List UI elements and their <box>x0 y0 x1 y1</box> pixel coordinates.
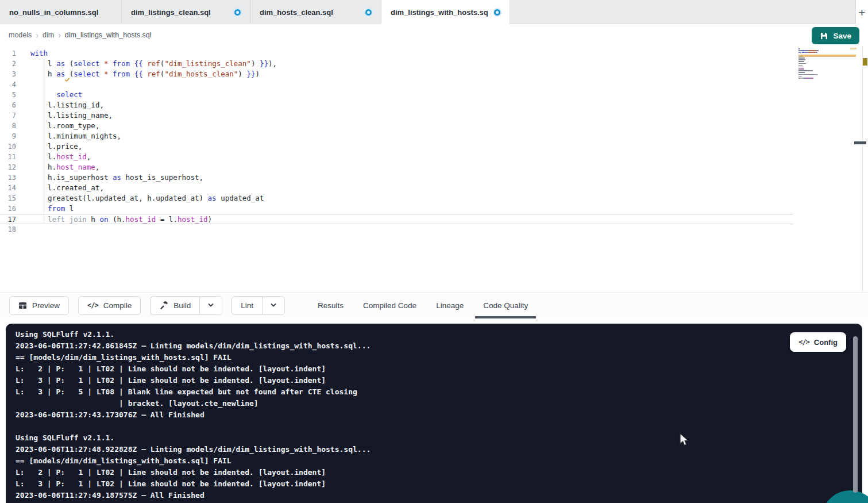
code-line-14[interactable]: 14 l.created_at, <box>0 183 793 193</box>
new-tab-strip: + <box>855 0 868 24</box>
lint-button[interactable]: Lint <box>232 296 262 315</box>
overview-ruler-warning-marker <box>863 58 867 66</box>
code-text: l.listing_id, <box>23 100 104 110</box>
line-number: 3 <box>0 69 23 79</box>
minimap[interactable] <box>798 48 856 89</box>
line-number: 9 <box>0 131 23 141</box>
new-tab-button[interactable]: + <box>858 6 865 18</box>
code-line-7[interactable]: 7 l.listing_name, <box>0 110 793 121</box>
code-line-10[interactable]: 10 l.price, <box>0 141 793 152</box>
code-line-12[interactable]: 12 h.host_name, <box>0 162 793 172</box>
code-text: greatest(l.updated_at, h.updated_at) as … <box>23 193 264 203</box>
unsaved-changes-icon <box>494 9 500 16</box>
editor-toolbar: Preview</>CompileBuildLint ResultsCompil… <box>0 292 868 318</box>
tab-label: dim_listings_clean.sql <box>131 8 211 17</box>
compile-button[interactable]: </>Compile <box>78 296 141 315</box>
lint-button-group: Lint <box>232 296 285 315</box>
breadcrumb-item[interactable]: dim_listings_with_hosts.sql <box>65 31 152 39</box>
breadcrumb-separator-icon: › <box>36 31 38 39</box>
code-line-15[interactable]: 15 greatest(l.updated_at, h.updated_at) … <box>0 193 793 203</box>
code-text: l.room_type, <box>23 121 99 131</box>
code-line-5[interactable]: 5 select <box>0 90 793 100</box>
chevron-down-icon <box>207 302 214 309</box>
code-text <box>23 224 30 235</box>
minimap-line <box>798 68 856 70</box>
line-number: 16 <box>0 203 23 214</box>
code-line-8[interactable]: 8 l.room_type, <box>0 121 793 131</box>
minimap-line <box>798 61 856 62</box>
lint-dropdown-button[interactable] <box>262 296 285 315</box>
code-line-17[interactable]: 17 left join h on (h.host_id = l.host_id… <box>0 214 793 224</box>
line-number: 10 <box>0 141 23 152</box>
tab-dim_listings_with_hosts.sql[interactable]: dim_listings_with_hosts.sql <box>381 0 510 24</box>
tab-lineage[interactable]: Lineage <box>426 293 473 318</box>
editor-right-divider <box>862 46 863 292</box>
minimap-line <box>798 57 856 59</box>
code-line-4[interactable]: 4 <box>0 79 793 90</box>
compile-button-label: Compile <box>103 301 132 310</box>
code-line-2[interactable]: 2 l as (select * from {{ ref("dim_listin… <box>0 59 793 69</box>
build-button[interactable]: Build <box>150 296 199 315</box>
terminal-scrollbar-thumb[interactable] <box>853 336 858 493</box>
tab-label: no_nulls_in_columns.sql <box>9 8 98 17</box>
breadcrumb-item[interactable]: models <box>9 31 32 39</box>
tab-dim_hosts_clean.sql[interactable]: dim_hosts_clean.sql <box>250 0 381 24</box>
tab-strip: no_nulls_in_columns.sqldim_listings_clea… <box>0 0 510 24</box>
code-line-9[interactable]: 9 l.minimum_nights, <box>0 131 793 141</box>
line-number: 8 <box>0 121 23 131</box>
code-editor[interactable]: 1with2 l as (select * from {{ ref("dim_l… <box>0 46 868 292</box>
minimap-line <box>798 63 856 64</box>
action-buttons: Preview</>CompileBuildLint <box>0 296 285 315</box>
build-dropdown-button[interactable] <box>199 296 222 315</box>
tab-results[interactable]: Results <box>308 293 353 318</box>
minimap-line <box>798 79 856 80</box>
code-text: select <box>23 90 82 100</box>
minimap-code <box>798 48 856 80</box>
code-line-6[interactable]: 6 l.listing_id, <box>0 100 793 110</box>
terminal-panel: Using SQLFluff v2.1.1. 2023-06-06T11:27:… <box>6 324 862 503</box>
code-line-13[interactable]: 13 h.is_superhost as host_is_superhost, <box>0 172 793 183</box>
tab-no_nulls_in_columns.sql[interactable]: no_nulls_in_columns.sql <box>0 0 122 24</box>
minimap-line <box>798 67 856 68</box>
terminal-output: Using SQLFluff v2.1.1. 2023-06-06T11:27:… <box>16 329 371 501</box>
line-number: 7 <box>0 110 23 121</box>
unsaved-changes-icon <box>365 9 372 16</box>
code-text: h as (select * from {{ ref("dim_hosts_cl… <box>23 69 260 79</box>
code-line-3[interactable]: 3 h as (select * from {{ ref("dim_hosts_… <box>0 69 793 79</box>
line-number: 15 <box>0 193 23 203</box>
save-button[interactable]: Save <box>812 27 859 44</box>
tab-compiled-code[interactable]: Compiled Code <box>353 293 426 318</box>
line-number: 1 <box>0 48 23 59</box>
preview-button-label: Preview <box>32 301 60 310</box>
line-number: 5 <box>0 90 23 100</box>
lint-button-label: Lint <box>241 301 253 310</box>
config-button[interactable]: </> Config <box>790 332 846 352</box>
code-text: h.host_name, <box>23 162 99 172</box>
line-number: 4 <box>0 79 23 90</box>
code-text: with <box>23 48 48 59</box>
result-tabs: ResultsCompiled CodeLineageCode Quality <box>308 293 538 318</box>
tab-label: dim_listings_with_hosts.sql <box>391 8 488 17</box>
code-text: left join h on (h.host_id = l.host_id) <box>23 214 212 224</box>
code-line-1[interactable]: 1with <box>0 48 793 59</box>
code-rows: 1with2 l as (select * from {{ ref("dim_l… <box>0 48 793 235</box>
line-number: 17 <box>0 214 23 224</box>
minimap-line <box>798 72 856 73</box>
code-line-11[interactable]: 11 l.host_id, <box>0 152 793 162</box>
line-number: 14 <box>0 183 23 193</box>
editor-scrollbar-thumb[interactable] <box>854 141 866 144</box>
breadcrumb-item[interactable]: dim <box>43 31 54 39</box>
code-text: from l <box>23 203 74 214</box>
minimap-line <box>798 52 856 53</box>
tab-dim_listings_clean.sql[interactable]: dim_listings_clean.sql <box>122 0 250 24</box>
minimap-line <box>798 78 856 79</box>
code-line-18[interactable]: 18 <box>0 224 793 235</box>
compile-button-group: </>Compile <box>78 296 141 315</box>
tab-code-quality[interactable]: Code Quality <box>473 293 538 318</box>
build-button-label: Build <box>173 301 191 310</box>
minimap-line <box>798 74 856 75</box>
minimap-line <box>798 48 856 49</box>
code-text: l.host_id, <box>23 152 91 162</box>
code-line-16[interactable]: 16 from l <box>0 203 793 214</box>
preview-button[interactable]: Preview <box>9 296 69 315</box>
